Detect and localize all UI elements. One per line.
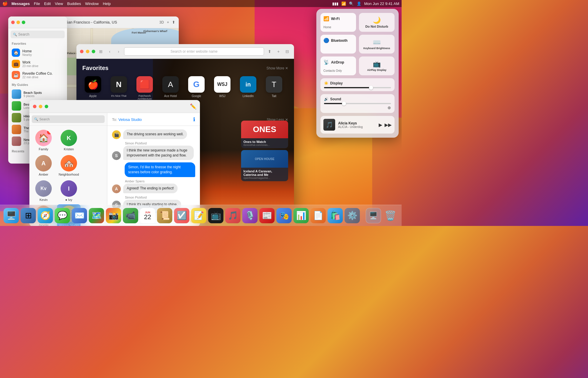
- safari-url-bar[interactable]: Search or enter website name: [124, 47, 264, 56]
- cc-dnd-tile[interactable]: 🌙 Do Not Disturb: [359, 13, 395, 32]
- dock-app-store[interactable]: 🛍️: [328, 208, 343, 223]
- dock-launchpad[interactable]: ⊞: [21, 208, 36, 223]
- fav-linkedin-icon: in: [240, 76, 256, 93]
- show-more-button[interactable]: Show More ✕: [266, 66, 288, 70]
- safari-back-btn[interactable]: ‹: [106, 48, 113, 55]
- menu-window[interactable]: Window: [85, 1, 98, 6]
- map-share-icon[interactable]: ⬆: [172, 20, 175, 24]
- cc-display-thumb[interactable]: [369, 86, 373, 90]
- cc-display-slider[interactable]: [324, 87, 391, 88]
- cc-bluetooth-tile[interactable]: 🔵 Bluetooth: [320, 35, 356, 54]
- safari-share-btn[interactable]: ⬆: [266, 48, 273, 55]
- dock-notes[interactable]: 📝: [191, 208, 206, 223]
- maps-search-placeholder: Search: [18, 32, 29, 36]
- map-zoom-icon[interactable]: +: [167, 20, 169, 24]
- safari-new-tab-btn[interactable]: +: [275, 48, 282, 55]
- info-button[interactable]: ℹ: [193, 116, 195, 123]
- fav-acehotel[interactable]: A Ace Hotel: [160, 76, 181, 100]
- cc-airdrop-tile[interactable]: 📡 AirDrop Contacts Only: [320, 56, 356, 75]
- msg-minimize[interactable]: [39, 105, 42, 108]
- np-play-btn[interactable]: ▶: [379, 122, 382, 128]
- cc-sound-slider[interactable]: [324, 103, 391, 104]
- contact-kristen[interactable]: K Kristen: [57, 129, 81, 152]
- safari-maximize[interactable]: [92, 50, 95, 53]
- 3d-button[interactable]: 3D: [159, 20, 164, 24]
- maps-fav-work[interactable]: 💼 Work 23 min drive: [11, 58, 65, 69]
- maps-close[interactable]: [11, 21, 15, 24]
- cc-keyboard-tile[interactable]: ⌨️ Keyboard Brightness: [359, 35, 395, 54]
- menu-view[interactable]: View: [55, 1, 63, 6]
- guide-thumb-1: [12, 89, 21, 99]
- dock-messages[interactable]: 💬: [55, 208, 70, 223]
- contact-kevin[interactable]: Kv Kevin: [32, 179, 55, 203]
- maps-maximize[interactable]: [22, 21, 25, 24]
- dock-system-prefs[interactable]: ⚙️: [345, 208, 360, 223]
- dock-apple-tv[interactable]: 📺: [208, 208, 223, 223]
- compose-button[interactable]: ✏️: [190, 103, 196, 110]
- maps-fav-coffee[interactable]: ☕ Reveille Coffee Co. 22 min drive: [11, 69, 65, 81]
- dock-desktop[interactable]: 🖥️: [366, 208, 381, 223]
- messages-search-input[interactable]: 🔍 Search: [32, 115, 105, 123]
- cc-airplay-tile[interactable]: 📺 AirPlay Display: [359, 56, 395, 75]
- dock-pages[interactable]: 📄: [310, 208, 326, 223]
- dock-trash[interactable]: 🗑️: [383, 208, 398, 223]
- maps-fav-home[interactable]: 🏠 Home Nearby: [11, 47, 65, 58]
- fav-wsj[interactable]: WSJ WSJ: [212, 76, 233, 100]
- safari-forward-btn[interactable]: ›: [115, 48, 122, 55]
- dock-podcasts[interactable]: 🎙️: [242, 208, 258, 223]
- menu-file[interactable]: File: [34, 1, 40, 6]
- dock-maps[interactable]: 🗺️: [89, 208, 104, 223]
- menu-buddies[interactable]: Buddies: [67, 1, 81, 6]
- dock-safari[interactable]: 🧭: [38, 208, 53, 223]
- favorites-title: Favorites: [82, 65, 108, 71]
- maps-search-box[interactable]: 🔍 Search: [11, 31, 65, 38]
- safari-card-1[interactable]: ONES Ones to Watch itsnicethat.com/ones.…: [241, 121, 288, 148]
- account-icon[interactable]: 👤: [357, 1, 361, 6]
- dock-music[interactable]: 🎵: [225, 208, 240, 223]
- dock-facetime[interactable]: 📹: [123, 208, 138, 223]
- contact-amber[interactable]: A Amber: [32, 154, 55, 177]
- battery-icon[interactable]: ▮▮▮: [332, 1, 338, 6]
- menu-edit[interactable]: Edit: [44, 1, 51, 6]
- safari-minimize[interactable]: [86, 50, 89, 53]
- menu-messages[interactable]: Messages: [11, 1, 30, 6]
- contact-ivy[interactable]: I ● Ivy: [57, 179, 81, 203]
- dock-numbers[interactable]: 📊: [293, 208, 309, 223]
- fav-apple[interactable]: 🍎 Apple: [82, 76, 103, 100]
- sound-menu-icon[interactable]: ⊕: [387, 105, 391, 110]
- guide-thumb-2: [12, 101, 21, 111]
- fav-linkedin[interactable]: in LinkedIn: [238, 76, 259, 100]
- dock-calendar[interactable]: JUN 22: [140, 208, 155, 223]
- contact-family[interactable]: 🏠 ! Family: [32, 129, 55, 152]
- msg-close[interactable]: [33, 105, 36, 108]
- cc-sound-thumb[interactable]: [342, 101, 346, 106]
- np-next-btn[interactable]: ▶▶: [385, 122, 392, 128]
- contact-neighborhood[interactable]: 🏘️ Neighborhood: [57, 154, 81, 177]
- maps-location-title: San Francisco - California, US: [66, 20, 117, 24]
- menu-help[interactable]: Help: [103, 1, 111, 6]
- safari-sidebar-btn[interactable]: ⊞: [98, 48, 104, 55]
- cc-wifi-tile[interactable]: 📶 Wi-Fi Home: [320, 13, 356, 32]
- safari-card-2[interactable]: OPEN HOUSE Iceland A Caravan, Caterina a…: [241, 150, 288, 181]
- fav-itsnicethat[interactable]: N It's Nice That: [108, 76, 129, 100]
- dock-mail[interactable]: ✉️: [72, 208, 87, 223]
- dock-photos[interactable]: 📸: [106, 208, 121, 223]
- fav-patchwork[interactable]: 🟥 Patchwork Architecture: [134, 76, 155, 100]
- wifi-icon[interactable]: 📶: [341, 1, 346, 6]
- msg-maximize[interactable]: [45, 105, 48, 108]
- fav-tait[interactable]: T Tait: [263, 76, 285, 100]
- msg-bubble-4: Agreed! The ending is perfect!: [123, 184, 178, 193]
- dock-news[interactable]: 📰: [259, 208, 275, 223]
- fav-google[interactable]: G Google: [186, 76, 207, 100]
- safari-close[interactable]: [80, 50, 83, 53]
- apple-menu[interactable]: 🍎: [2, 1, 8, 6]
- maps-minimize[interactable]: [16, 21, 20, 24]
- dock-script-editor[interactable]: 📜: [157, 208, 172, 223]
- safari-grid-btn[interactable]: ⊟: [284, 48, 290, 55]
- dock-keynote[interactable]: 🎭: [276, 208, 292, 223]
- dock-reminders[interactable]: ☑️: [174, 208, 189, 223]
- maps-guide-1[interactable]: Beach Spots 9 places: [11, 88, 65, 100]
- dock-finder[interactable]: 🖥️: [4, 208, 19, 223]
- search-menubar-icon[interactable]: 🔍: [349, 1, 354, 6]
- message-2: Simon Pickford S I think the new sequenc…: [112, 141, 195, 160]
